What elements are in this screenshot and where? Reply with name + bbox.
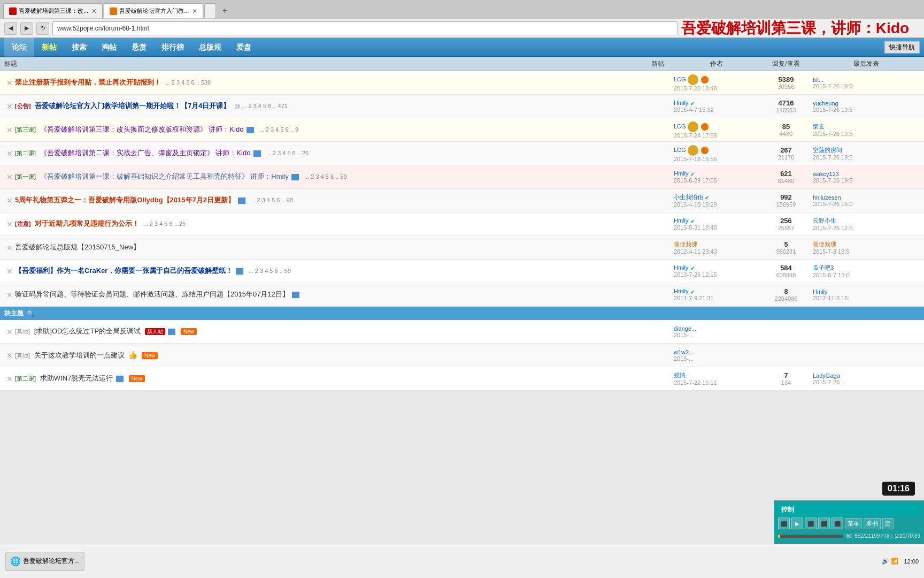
ctrl-btn-5[interactable]: ⬛ xyxy=(831,518,843,529)
close-button[interactable]: ✕ xyxy=(4,173,15,181)
close-button[interactable]: ✕ xyxy=(4,102,15,111)
lastpost-name[interactable]: 顿使我佛 xyxy=(813,240,920,248)
nav-item-rules[interactable]: 总版规 xyxy=(191,37,229,57)
close-button[interactable]: ✕ xyxy=(4,267,15,276)
author-date: 2015-7-18 16:56 xyxy=(674,156,759,162)
author-name[interactable]: 顿使我佛 xyxy=(674,241,697,247)
lastpost-name[interactable]: LadyGaga xyxy=(813,372,920,379)
author-name[interactable]: 小生我怕佰 xyxy=(674,194,703,200)
thread-pages: @ ... 2 3 4 5 6 .. 471 xyxy=(234,103,288,109)
thread-link[interactable]: 关于这次教学培训的一点建议 xyxy=(34,351,125,359)
ctrl-btn-1[interactable]: ⬛ xyxy=(778,518,790,529)
close-button[interactable]: ✕ xyxy=(4,196,15,205)
author-name[interactable]: LCG xyxy=(674,146,686,153)
author-name[interactable]: Hmily xyxy=(674,264,689,271)
thread-link[interactable]: 《吾爱破解培训第二课：实战去广告、弹窗及主页锁定》 讲师：Kido xyxy=(40,149,251,157)
thread-title[interactable]: 5周年礼物第五弹之一：吾爱破解专用版Ollydbg【2015年7月2日更新】 .… xyxy=(15,195,642,205)
tab-1[interactable]: 吾爱破解培训第三课：改... ✕ xyxy=(3,3,103,18)
thread-title[interactable]: 验证码异常问题、等待验证会员问题、邮件激活问题、冻结用户问题【2015年07月1… xyxy=(15,290,642,299)
nav-item-browse[interactable]: 淘帖 xyxy=(94,37,124,57)
author-name[interactable]: Hmily xyxy=(674,217,689,224)
quick-nav-button[interactable]: 快捷导航 xyxy=(884,41,920,54)
close-button[interactable]: ✕ xyxy=(4,149,15,158)
author-name[interactable]: Hmily xyxy=(674,100,689,106)
lastpost-name[interactable]: 空荡的房间 xyxy=(813,146,920,154)
author-name[interactable]: 残情 xyxy=(674,372,686,378)
thread-link[interactable]: 禁止注册新手报到专用贴，禁止再次开贴报到！ xyxy=(15,78,161,86)
thread-title[interactable]: 【吾爱福利】作为一名CraKer，你需要一张属于自己的吾爱破解壁纸！ ... 2… xyxy=(15,266,642,276)
nav-item-new[interactable]: 新帖 xyxy=(34,37,64,57)
thread-link[interactable]: 验证码异常问题、等待验证会员问题、邮件激活问题、冻结用户问题【2015年07月1… xyxy=(15,290,289,298)
author-name[interactable]: LCG xyxy=(674,123,686,129)
close-button[interactable]: ✕ xyxy=(4,244,15,252)
thread-link[interactable]: 吾爱破解论坛官方入门教学培训第一期开始啦！【7月4日开课】 xyxy=(35,102,230,110)
video-progress-bar[interactable] xyxy=(778,535,843,538)
attach-icon xyxy=(247,127,254,133)
lastpost-name[interactable]: 云野小生 xyxy=(813,217,920,225)
author-name[interactable]: Hmily xyxy=(674,170,689,177)
tab-close-1[interactable]: ✕ xyxy=(91,7,97,15)
refresh-button[interactable]: ↻ xyxy=(36,22,49,35)
tab-2[interactable]: 吾爱破解论坛官方入门教... ✕ xyxy=(104,3,203,18)
taskbar-item-chrome[interactable]: 🌐 吾爱破解论坛官方... xyxy=(5,552,84,571)
thread-link[interactable]: 对于近期几项常见违规行为公示！ xyxy=(35,219,139,227)
ctrl-btn-4[interactable]: ⬛ xyxy=(818,518,830,529)
tab-3[interactable] xyxy=(204,3,216,18)
close-button[interactable]: ✕ xyxy=(4,291,15,299)
replies-col: 267 21170 xyxy=(759,146,813,161)
thread-title[interactable]: [其他] [求助]OD怎么统过TP的全局反调试 新人帖 New xyxy=(15,326,642,336)
lastpost-name[interactable]: hnliuzesen xyxy=(813,194,920,201)
lastpost-name[interactable]: bil... xyxy=(813,77,920,83)
lastpost-col: 空荡的房间 2015-7-26 19:5 xyxy=(813,146,920,161)
thread-link[interactable]: 吾爱破解论坛总版规【20150715_New】 xyxy=(15,243,140,251)
author-name[interactable]: Hmily xyxy=(674,288,689,294)
thread-title[interactable]: [第二课] 求助WIN7脱壳无法运行 New xyxy=(15,374,642,383)
lastpost-name[interactable]: 瓜子吧3 xyxy=(813,264,920,272)
ctrl-btn-3[interactable]: ⬛ xyxy=(805,518,817,529)
new-tab-button[interactable]: + xyxy=(217,3,232,18)
author-name[interactable]: LCG xyxy=(674,75,686,82)
thread-title[interactable]: [第三课] 《吾爱破解培训第三课：改头换面之修改版权和资源》 讲师：Kido .… xyxy=(15,125,642,134)
close-button[interactable]: ✕ xyxy=(4,328,15,336)
ctrl-menu[interactable]: 菜单 xyxy=(845,518,862,529)
thread-link[interactable]: 《吾爱破解培训第一课：破解基础知识之介绍常见工具和壳的特征》 讲师：Hmily xyxy=(40,172,289,180)
lastpost-name[interactable]: 桀玄 xyxy=(813,123,920,131)
thread-link[interactable]: [求助]OD怎么统过TP的全局反调试 xyxy=(34,327,141,335)
thread-title[interactable]: 禁止注册新手报到专用贴，禁止再次开贴报到！ ... 2 3 4 5 6 .. 5… xyxy=(15,78,642,87)
forward-button[interactable]: ▶ xyxy=(20,22,33,35)
thread-link[interactable]: 求助WIN7脱壳无法运行 xyxy=(40,374,113,382)
thread-title[interactable]: [第二课] 《吾爱破解培训第二课：实战去广告、弹窗及主页锁定》 讲师：Kido … xyxy=(15,148,642,158)
author-name[interactable]: w1w2... xyxy=(674,349,694,355)
attach-icon xyxy=(116,376,124,382)
close-button[interactable]: ✕ xyxy=(4,220,15,229)
thread-title[interactable]: [注意] 对于近期几项常见违规行为公示！ ... 2 3 4 5 6 .. 25 xyxy=(15,219,642,229)
lastpost-name[interactable]: wakcy123 xyxy=(813,171,920,177)
thread-title[interactable]: [公告] 吾爱破解论坛官方入门教学培训第一期开始啦！【7月4日开课】 @ ...… xyxy=(15,101,642,111)
close-button[interactable]: ✕ xyxy=(4,351,15,360)
thread-link[interactable]: 《吾爱破解培训第三课：改头换面之修改版权和资源》 讲师：Kido xyxy=(40,125,244,133)
nav-item-forum[interactable]: 论坛 xyxy=(4,37,34,57)
lastpost-name[interactable]: Hmily xyxy=(813,288,920,295)
thread-link[interactable]: 5周年礼物第五弹之一：吾爱破解专用版Ollydbg【2015年7月2日更新】 xyxy=(15,196,235,204)
nav-item-rank[interactable]: 排行榜 xyxy=(154,37,191,57)
close-button[interactable]: ✕ xyxy=(4,375,15,383)
thread-title[interactable]: [其他] 关于这次教学培训的一点建议 👍 New xyxy=(15,350,642,361)
close-button[interactable]: ✕ xyxy=(4,79,15,87)
nav-item-search[interactable]: 搜索 xyxy=(64,37,94,57)
lastpost-name[interactable]: yucheung xyxy=(813,100,920,107)
author-name[interactable]: diange... xyxy=(674,325,696,332)
ctrl-bookmark[interactable]: 多书 xyxy=(864,518,881,529)
author-col: Hmily ✔ 2015-5-31 18:48 xyxy=(674,217,759,231)
lastpost-date: 2015-7-26 19:5 xyxy=(813,154,920,161)
close-button[interactable]: ✕ xyxy=(4,126,15,134)
thread-link[interactable]: 【吾爱福利】作为一名CraKer，你需要一张属于自己的吾爱破解壁纸！ xyxy=(15,267,233,275)
ctrl-btn-2[interactable]: ▶ xyxy=(791,518,803,529)
nav-item-reward[interactable]: 悬赏 xyxy=(124,37,154,57)
url-box[interactable]: www.52pojie.cn/forum-68-1.html xyxy=(52,21,678,35)
thread-title[interactable]: 吾爱破解论坛总版规【20150715_New】 xyxy=(15,242,642,252)
ctrl-more[interactable]: 定 xyxy=(882,518,894,529)
thread-title[interactable]: [第一课] 《吾爱破解培训第一课：破解基础知识之介绍常见工具和壳的特征》 讲师：… xyxy=(15,172,642,181)
tab-close-2[interactable]: ✕ xyxy=(192,7,197,15)
nav-item-disk[interactable]: 爱盘 xyxy=(229,37,259,57)
back-button[interactable]: ◀ xyxy=(4,22,17,35)
